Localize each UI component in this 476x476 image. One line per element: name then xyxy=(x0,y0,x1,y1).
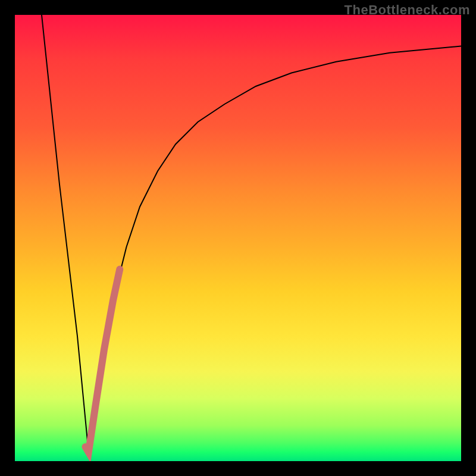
series-left-descent xyxy=(42,15,89,452)
watermark-text: TheBottleneck.com xyxy=(345,2,470,18)
chart-frame: TheBottleneck.com xyxy=(0,0,476,476)
plot-area xyxy=(15,15,461,461)
series-right-log-curve xyxy=(89,46,461,453)
series-pink-segment xyxy=(86,270,120,453)
chart-svg xyxy=(15,15,461,461)
